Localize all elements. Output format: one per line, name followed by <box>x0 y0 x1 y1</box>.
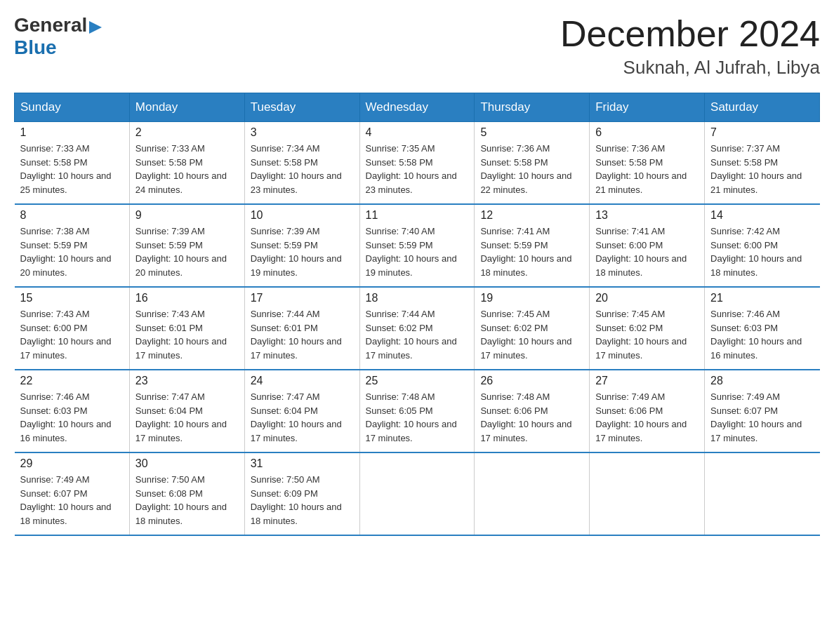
day-number: 19 <box>480 292 583 304</box>
calendar-cell <box>359 452 475 535</box>
calendar-cell: 6 Sunrise: 7:36 AM Sunset: 5:58 PM Dayli… <box>590 122 705 205</box>
day-number: 25 <box>366 375 469 387</box>
day-number: 26 <box>480 375 583 387</box>
day-info: Sunrise: 7:47 AM Sunset: 6:04 PM Dayligh… <box>135 390 239 445</box>
day-number: 23 <box>135 375 239 387</box>
logo-blue-text: Blue <box>14 36 57 58</box>
calendar-cell: 7 Sunrise: 7:37 AM Sunset: 5:58 PM Dayli… <box>705 122 820 205</box>
calendar-cell: 28 Sunrise: 7:49 AM Sunset: 6:07 PM Dayl… <box>705 370 820 452</box>
calendar-cell: 21 Sunrise: 7:46 AM Sunset: 6:03 PM Dayl… <box>705 287 820 370</box>
day-number: 15 <box>20 292 124 304</box>
weekday-header-friday: Friday <box>590 93 705 122</box>
day-info: Sunrise: 7:50 AM Sunset: 6:09 PM Dayligh… <box>251 473 354 528</box>
calendar-cell: 25 Sunrise: 7:48 AM Sunset: 6:05 PM Dayl… <box>359 370 475 452</box>
weekday-header-tuesday: Tuesday <box>244 93 359 122</box>
day-info: Sunrise: 7:44 AM Sunset: 6:01 PM Dayligh… <box>251 307 354 362</box>
day-number: 1 <box>20 126 124 139</box>
day-number: 4 <box>366 126 469 139</box>
day-info: Sunrise: 7:45 AM Sunset: 6:02 PM Dayligh… <box>480 307 583 362</box>
calendar-week-row: 8 Sunrise: 7:38 AM Sunset: 5:59 PM Dayli… <box>15 204 820 287</box>
day-number: 30 <box>135 457 239 470</box>
day-info: Sunrise: 7:33 AM Sunset: 5:58 PM Dayligh… <box>135 142 239 196</box>
calendar-cell: 18 Sunrise: 7:44 AM Sunset: 6:02 PM Dayl… <box>359 287 475 370</box>
weekday-header-monday: Monday <box>129 93 244 122</box>
calendar-cell: 5 Sunrise: 7:36 AM Sunset: 5:58 PM Dayli… <box>475 122 590 205</box>
day-number: 6 <box>595 126 699 139</box>
day-number: 17 <box>251 292 354 304</box>
calendar-cell: 11 Sunrise: 7:40 AM Sunset: 5:59 PM Dayl… <box>359 204 475 287</box>
day-info: Sunrise: 7:44 AM Sunset: 6:02 PM Dayligh… <box>366 307 469 362</box>
weekday-header-row: SundayMondayTuesdayWednesdayThursdayFrid… <box>15 93 820 122</box>
logo-triangle-icon <box>89 21 102 34</box>
day-number: 27 <box>595 375 699 387</box>
day-info: Sunrise: 7:45 AM Sunset: 6:02 PM Dayligh… <box>595 307 699 362</box>
calendar-cell: 8 Sunrise: 7:38 AM Sunset: 5:59 PM Dayli… <box>15 204 130 287</box>
calendar-cell: 2 Sunrise: 7:33 AM Sunset: 5:58 PM Dayli… <box>129 122 244 205</box>
day-number: 28 <box>710 375 814 387</box>
day-number: 20 <box>595 292 699 304</box>
calendar-cell: 17 Sunrise: 7:44 AM Sunset: 6:01 PM Dayl… <box>244 287 359 370</box>
calendar-cell: 4 Sunrise: 7:35 AM Sunset: 5:58 PM Dayli… <box>359 122 475 205</box>
calendar-cell: 29 Sunrise: 7:49 AM Sunset: 6:07 PM Dayl… <box>15 452 130 535</box>
svg-marker-0 <box>89 21 102 34</box>
day-info: Sunrise: 7:34 AM Sunset: 5:58 PM Dayligh… <box>251 142 354 196</box>
weekday-header-thursday: Thursday <box>475 93 590 122</box>
calendar-cell: 30 Sunrise: 7:50 AM Sunset: 6:08 PM Dayl… <box>129 452 244 535</box>
day-info: Sunrise: 7:37 AM Sunset: 5:58 PM Dayligh… <box>710 142 814 196</box>
day-info: Sunrise: 7:49 AM Sunset: 6:07 PM Dayligh… <box>20 473 124 528</box>
day-info: Sunrise: 7:43 AM Sunset: 6:01 PM Dayligh… <box>135 307 239 362</box>
day-info: Sunrise: 7:46 AM Sunset: 6:03 PM Dayligh… <box>20 390 124 445</box>
weekday-header-wednesday: Wednesday <box>359 93 475 122</box>
day-info: Sunrise: 7:41 AM Sunset: 6:00 PM Dayligh… <box>595 224 699 279</box>
day-info: Sunrise: 7:49 AM Sunset: 6:07 PM Dayligh… <box>710 390 814 445</box>
calendar-cell: 14 Sunrise: 7:42 AM Sunset: 6:00 PM Dayl… <box>705 204 820 287</box>
day-number: 22 <box>20 375 124 387</box>
calendar-cell: 24 Sunrise: 7:47 AM Sunset: 6:04 PM Dayl… <box>244 370 359 452</box>
calendar-week-row: 1 Sunrise: 7:33 AM Sunset: 5:58 PM Dayli… <box>15 122 820 205</box>
calendar-cell: 10 Sunrise: 7:39 AM Sunset: 5:59 PM Dayl… <box>244 204 359 287</box>
day-number: 10 <box>251 209 354 222</box>
weekday-header-sunday: Sunday <box>15 93 130 122</box>
day-number: 3 <box>251 126 354 139</box>
day-number: 21 <box>710 292 814 304</box>
day-info: Sunrise: 7:41 AM Sunset: 5:59 PM Dayligh… <box>480 224 583 279</box>
day-number: 16 <box>135 292 239 304</box>
calendar-week-row: 29 Sunrise: 7:49 AM Sunset: 6:07 PM Dayl… <box>15 452 820 535</box>
day-number: 5 <box>480 126 583 139</box>
calendar-cell: 23 Sunrise: 7:47 AM Sunset: 6:04 PM Dayl… <box>129 370 244 452</box>
day-number: 18 <box>366 292 469 304</box>
calendar-table: SundayMondayTuesdayWednesdayThursdayFrid… <box>14 93 820 536</box>
day-number: 29 <box>20 457 124 470</box>
calendar-cell: 20 Sunrise: 7:45 AM Sunset: 6:02 PM Dayl… <box>590 287 705 370</box>
calendar-cell: 9 Sunrise: 7:39 AM Sunset: 5:59 PM Dayli… <box>129 204 244 287</box>
day-info: Sunrise: 7:48 AM Sunset: 6:06 PM Dayligh… <box>480 390 583 445</box>
day-info: Sunrise: 7:33 AM Sunset: 5:58 PM Dayligh… <box>20 142 124 196</box>
calendar-cell: 1 Sunrise: 7:33 AM Sunset: 5:58 PM Dayli… <box>15 122 130 205</box>
calendar-cell <box>705 452 820 535</box>
weekday-header-saturday: Saturday <box>705 93 820 122</box>
day-number: 14 <box>710 209 814 222</box>
day-number: 9 <box>135 209 239 222</box>
title-block: December 2024 Suknah, Al Jufrah, Libya <box>560 14 820 79</box>
logo-general-text: General <box>14 14 87 36</box>
day-number: 2 <box>135 126 239 139</box>
day-number: 8 <box>20 209 124 222</box>
calendar-cell <box>475 452 590 535</box>
calendar-cell: 19 Sunrise: 7:45 AM Sunset: 6:02 PM Dayl… <box>475 287 590 370</box>
day-info: Sunrise: 7:46 AM Sunset: 6:03 PM Dayligh… <box>710 307 814 362</box>
day-number: 11 <box>366 209 469 222</box>
day-info: Sunrise: 7:39 AM Sunset: 5:59 PM Dayligh… <box>251 224 354 279</box>
day-number: 31 <box>251 457 354 470</box>
day-info: Sunrise: 7:47 AM Sunset: 6:04 PM Dayligh… <box>251 390 354 445</box>
day-number: 12 <box>480 209 583 222</box>
day-number: 13 <box>595 209 699 222</box>
calendar-cell: 16 Sunrise: 7:43 AM Sunset: 6:01 PM Dayl… <box>129 287 244 370</box>
calendar-cell: 31 Sunrise: 7:50 AM Sunset: 6:09 PM Dayl… <box>244 452 359 535</box>
day-info: Sunrise: 7:36 AM Sunset: 5:58 PM Dayligh… <box>595 142 699 196</box>
calendar-week-row: 15 Sunrise: 7:43 AM Sunset: 6:00 PM Dayl… <box>15 287 820 370</box>
day-info: Sunrise: 7:50 AM Sunset: 6:08 PM Dayligh… <box>135 473 239 528</box>
calendar-cell: 27 Sunrise: 7:49 AM Sunset: 6:06 PM Dayl… <box>590 370 705 452</box>
calendar-week-row: 22 Sunrise: 7:46 AM Sunset: 6:03 PM Dayl… <box>15 370 820 452</box>
page-header: General Blue December 2024 Suknah, Al Ju… <box>14 14 820 79</box>
calendar-cell: 12 Sunrise: 7:41 AM Sunset: 5:59 PM Dayl… <box>475 204 590 287</box>
